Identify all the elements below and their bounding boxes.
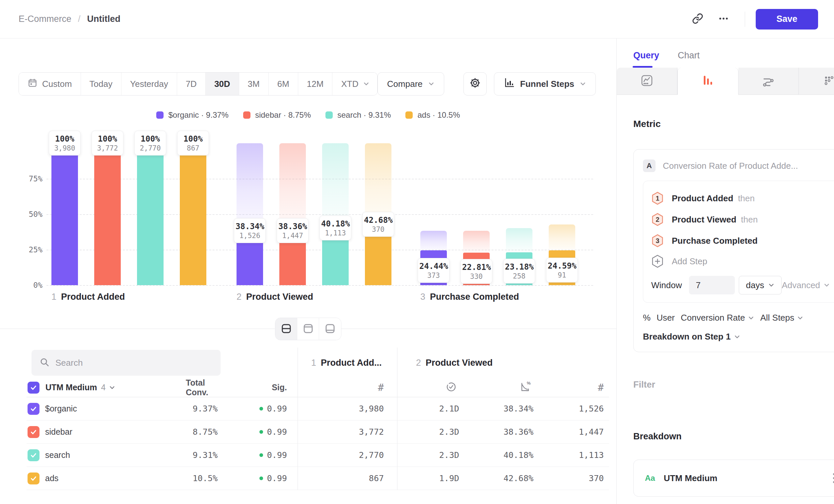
range-yesterday[interactable]: Yesterday — [122, 73, 177, 95]
tab-query[interactable]: Query — [633, 50, 659, 68]
measure-scope-select[interactable]: All Steps — [760, 313, 804, 323]
window-value-input[interactable] — [689, 276, 735, 294]
table-row-name-ads[interactable]: ads — [26, 467, 186, 490]
legend-swatch — [243, 111, 250, 119]
group-by-header[interactable]: UTM Medium 4 — [26, 378, 186, 397]
drop-off-bar-sidebar-step2[interactable] — [279, 143, 306, 231]
col-step2-time[interactable] — [397, 378, 464, 397]
advanced-toggle[interactable]: Advanced — [782, 280, 830, 291]
breakdown-property-card[interactable]: Aa UTM Medium — [633, 460, 834, 497]
compare-button[interactable]: Compare — [377, 72, 444, 95]
col-step2-rate[interactable]: % — [464, 378, 539, 397]
row-checkbox[interactable] — [27, 449, 40, 461]
breadcrumb-current[interactable]: Untitled — [87, 14, 121, 24]
query-step-1[interactable]: 1Product Addedthen — [651, 188, 830, 209]
step2-time-search: 2.3D — [397, 444, 464, 467]
save-button[interactable]: Save — [756, 9, 818, 29]
drop-off-bar-organic-step3[interactable] — [420, 231, 447, 250]
search-icon — [40, 357, 49, 368]
funnel-bar-organic-step1[interactable] — [51, 143, 78, 285]
breadcrumb-separator: / — [78, 14, 81, 24]
breakdown-kebab-menu[interactable] — [831, 471, 834, 485]
table-row-name-sidebar[interactable]: sidebar — [26, 420, 186, 444]
range-today[interactable]: Today — [81, 73, 122, 95]
add-step-button[interactable]: Add Step — [651, 251, 830, 271]
drop-off-bar-organic-step2[interactable] — [237, 143, 263, 231]
analysis-type-tabs — [617, 68, 834, 95]
string-property-icon: Aa — [645, 474, 655, 483]
step1-count-organic: 3,980 — [298, 397, 397, 420]
share-link-button[interactable] — [687, 8, 708, 30]
range-xtd[interactable]: XTD — [332, 73, 377, 95]
ellipsis-icon — [718, 13, 729, 25]
row-checkbox[interactable] — [27, 403, 40, 415]
col-significance[interactable]: Sig. — [272, 383, 287, 392]
step2-count-sidebar: 1,447 — [539, 420, 609, 444]
search-box[interactable] — [31, 350, 221, 376]
y-axis-tick: 50% — [13, 210, 42, 219]
view-divider — [0, 318, 616, 341]
step2-rate-ads: 42.68% — [464, 467, 539, 490]
legend-item-sidebar[interactable]: sidebar · 8.75% — [243, 110, 311, 120]
table-search-cell — [26, 347, 225, 378]
tab-retention[interactable] — [799, 68, 834, 95]
count-icon: # — [378, 382, 384, 393]
table-row-name-search[interactable]: search — [26, 444, 186, 467]
tab-chart[interactable]: Chart — [678, 50, 700, 68]
funnel-bar-ads-step1[interactable] — [180, 143, 206, 285]
col-total-conv[interactable]: Total Conv. — [186, 378, 218, 397]
gear-icon — [469, 77, 481, 91]
sig-search: 0.99 — [225, 444, 298, 467]
select-all-checkbox[interactable] — [27, 382, 40, 394]
range-7d[interactable]: 7D — [177, 73, 206, 95]
tab-funnels[interactable] — [677, 68, 739, 95]
funnel-bar-search-step1[interactable] — [137, 143, 163, 285]
query-step-3[interactable]: 3Purchase Completed — [651, 230, 830, 251]
breadcrumb: E-Commerce / Untitled — [19, 14, 120, 24]
view-split-button[interactable] — [275, 318, 297, 340]
y-axis-tick: 75% — [13, 175, 42, 183]
flows-icon — [761, 73, 776, 89]
breakdown-on-step-select[interactable]: Breakdown on Step 1 — [643, 331, 834, 342]
more-options-button[interactable] — [713, 8, 734, 30]
funnel-bar-sidebar-step1[interactable] — [94, 143, 121, 285]
tab-insights[interactable] — [617, 68, 677, 95]
metric-title[interactable]: Conversion Rate of Product Adde... — [663, 161, 798, 171]
breakdown-table: 1 Product Add... 2 Product Viewed UTM Me… — [26, 347, 616, 490]
col-step1-count[interactable]: # — [298, 378, 397, 397]
step-label-1: 1Product Added — [51, 292, 125, 302]
search-input[interactable] — [56, 358, 213, 368]
step2-count-organic: 1,526 — [539, 397, 609, 420]
col-step2-count[interactable]: # — [539, 378, 609, 397]
range-12m[interactable]: 12M — [298, 73, 333, 95]
legend-item-ads[interactable]: ads · 10.5% — [405, 110, 460, 120]
drop-off-bar-ads-step3[interactable] — [549, 225, 575, 250]
range-6m[interactable]: 6M — [269, 73, 298, 95]
view-chart-only-button[interactable] — [297, 318, 319, 340]
range-3m[interactable]: 3M — [239, 73, 269, 95]
funnel-steps-card: 1Product Addedthen2Product Viewedthen3Pu… — [643, 181, 834, 303]
row-checkbox[interactable] — [27, 473, 40, 484]
legend-item-organic[interactable]: $organic · 9.37% — [156, 110, 228, 120]
chart-settings-button[interactable] — [463, 72, 487, 95]
tab-flows[interactable] — [739, 68, 799, 95]
metric-section-heading: Metric — [633, 119, 834, 129]
query-step-2[interactable]: 2Product Viewedthen — [651, 209, 830, 230]
row-checkbox[interactable] — [27, 426, 40, 438]
window-unit-select[interactable]: days — [739, 276, 782, 294]
drop-off-bar-search-step3[interactable] — [506, 228, 532, 252]
bar-value-label: 23.18%258 — [503, 259, 535, 283]
table-row-name-organic[interactable]: $organic — [26, 397, 186, 420]
breadcrumb-parent[interactable]: E-Commerce — [19, 14, 71, 24]
view-table-only-button[interactable] — [319, 318, 341, 340]
breakdown-heading: Breakdown — [633, 431, 682, 442]
measure-type-select[interactable]: Conversion Rate — [681, 313, 754, 323]
range-30d[interactable]: 30D — [206, 73, 239, 95]
drop-off-bar-sidebar-step3[interactable] — [463, 231, 490, 253]
chart-type-button[interactable]: Funnel Steps — [494, 72, 596, 95]
svg-text:%: % — [527, 381, 531, 386]
legend-item-search[interactable]: search · 9.31% — [325, 110, 391, 120]
measure-entity-select[interactable]: User — [657, 313, 675, 323]
top-bar: E-Commerce / Untitled Save — [0, 0, 834, 39]
range-custom[interactable]: Custom — [19, 73, 81, 95]
